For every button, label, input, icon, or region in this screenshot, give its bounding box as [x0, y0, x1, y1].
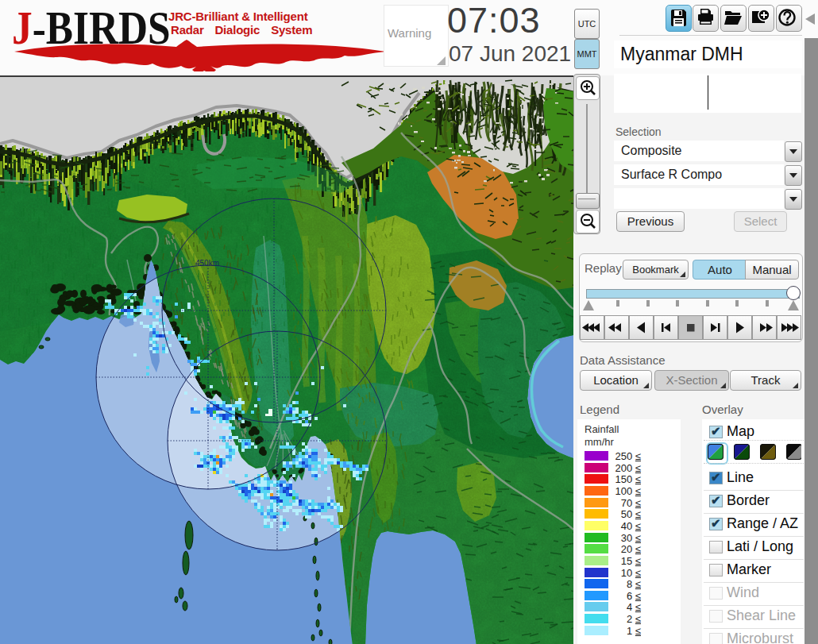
svg-text:450km: 450km	[195, 259, 219, 268]
